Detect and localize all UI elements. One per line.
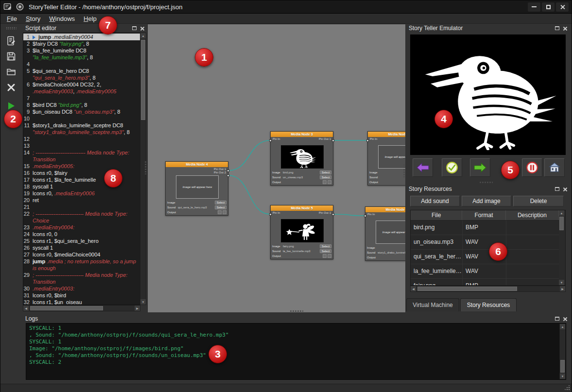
script-line[interactable]: 4 bbox=[23, 61, 140, 68]
script-line[interactable]: 11$story1_drako_luminelle_sceptre DC8 "s… bbox=[23, 122, 140, 136]
script-line[interactable]: 25lcons r1, $qui_sera_le_hero bbox=[23, 238, 140, 244]
float-panel-icon[interactable] bbox=[555, 317, 559, 321]
output-option-icon[interactable] bbox=[218, 210, 222, 214]
resize-grip[interactable] bbox=[565, 385, 570, 390]
script-line[interactable]: 8$bird DC8 "bird.png", 8 bbox=[23, 102, 140, 108]
scrollbar-thumb[interactable] bbox=[417, 287, 517, 291]
script-editor-titlebar[interactable]: Script editor bbox=[22, 24, 147, 33]
script-line[interactable]: 7 bbox=[23, 95, 140, 102]
node-title[interactable]: Media Node 2 bbox=[368, 132, 405, 137]
script-line[interactable]: 26syscall 1 bbox=[23, 244, 140, 251]
splitter-handle[interactable] bbox=[479, 181, 493, 184]
script-line[interactable]: 18syscall 1 bbox=[23, 183, 140, 190]
script-line[interactable]: 28jump .media ; no return possible, so a… bbox=[23, 258, 140, 272]
resource-row[interactable]: un_oiseau.mp3WAV bbox=[411, 235, 565, 250]
splitter-handle[interactable] bbox=[290, 310, 303, 312]
node-title[interactable]: Media Node 5 bbox=[271, 205, 333, 211]
table-horizontal-scrollbar[interactable]: ◀ ▶ bbox=[410, 286, 566, 292]
scroll-up-button[interactable]: ▲ bbox=[560, 324, 565, 329]
script-line[interactable]: 6$mediaChoice0004 DC32, 2, .mediaEntry00… bbox=[23, 81, 140, 95]
close-project-button[interactable] bbox=[3, 80, 19, 95]
logs-vertical-scrollbar[interactable]: ▲ ▼ bbox=[559, 324, 566, 379]
graph-node3[interactable]: Media Node 3Pin InPin Out 1Imagebird.png… bbox=[270, 131, 333, 186]
logs-titlebar[interactable]: Logs bbox=[22, 314, 570, 323]
input-pin[interactable] bbox=[366, 139, 369, 142]
close-panel-icon[interactable] bbox=[140, 26, 144, 31]
scroll-left-button[interactable]: ◀ bbox=[411, 286, 416, 291]
previous-button[interactable] bbox=[413, 158, 433, 177]
menu-windows[interactable]: Windows bbox=[45, 14, 79, 23]
graph-node5[interactable]: Media Node 5Pin InPin Out 1Imagefairy.pn… bbox=[270, 205, 333, 259]
scrollbar-thumb[interactable] bbox=[141, 40, 145, 120]
script-line[interactable]: 1jump .mediaEntry0004 bbox=[23, 34, 140, 40]
emulator-titlebar[interactable]: Story Teller Emulator bbox=[405, 24, 570, 33]
script-line[interactable]: 16lcons r0, $fairy bbox=[23, 170, 140, 176]
script-line[interactable]: 27lcons r0, $mediaChoice0004 bbox=[23, 251, 140, 258]
select-button[interactable]: Select bbox=[320, 244, 331, 248]
resource-row[interactable]: la_fee_luminelle.mp3WAV bbox=[411, 264, 565, 279]
script-editor[interactable]: 1jump .mediaEntry00042$fairy DC8 "fairy.… bbox=[23, 33, 140, 305]
output-pin[interactable] bbox=[332, 213, 334, 216]
script-line[interactable]: 30.mediaEntry0003: bbox=[23, 285, 140, 292]
select-button[interactable]: Select bbox=[215, 205, 226, 209]
script-line[interactable]: 24lcons r0, 0 bbox=[23, 231, 140, 238]
script-line[interactable]: 3$la_fee_luminelle DC8 "la_fee_luminelle… bbox=[23, 47, 140, 61]
script-line[interactable]: 19lcons r0, .mediaEntry0006 bbox=[23, 190, 140, 197]
column-header-format[interactable]: Format bbox=[462, 210, 505, 220]
node-canvas[interactable]: Media Node 4Pin Out 1Pin Out 2Image will… bbox=[147, 24, 405, 312]
output-option-icon[interactable] bbox=[328, 254, 331, 258]
node-title[interactable]: Media Node 6 bbox=[365, 207, 405, 212]
script-line[interactable]: 15.mediaEntry0005: bbox=[23, 163, 140, 170]
resource-row[interactable]: bird.pngBMP bbox=[411, 221, 565, 235]
input-pin[interactable] bbox=[269, 213, 272, 216]
close-panel-icon[interactable] bbox=[563, 187, 567, 191]
menu-story[interactable]: Story bbox=[21, 14, 45, 23]
input-pin[interactable] bbox=[269, 139, 272, 142]
output-option-icon[interactable] bbox=[323, 180, 327, 184]
toolbar-grip-handle[interactable] bbox=[6, 27, 17, 30]
output-option-icon[interactable] bbox=[328, 180, 331, 184]
script-line[interactable]: 21 bbox=[23, 204, 140, 210]
output-pin[interactable] bbox=[227, 170, 229, 172]
close-button[interactable] bbox=[556, 2, 569, 12]
select-button[interactable]: Select bbox=[320, 249, 331, 253]
menu-help[interactable]: Help bbox=[79, 14, 101, 23]
scroll-up-button[interactable]: ▲ bbox=[140, 33, 146, 38]
minimize-button[interactable] bbox=[528, 2, 540, 12]
menu-file[interactable]: File bbox=[2, 14, 21, 23]
resource-row[interactable]: fairy.pngBMP bbox=[411, 279, 565, 286]
scrollbar-thumb[interactable] bbox=[30, 306, 103, 310]
output-pin[interactable] bbox=[332, 139, 334, 142]
float-panel-icon[interactable] bbox=[132, 26, 137, 30]
logs-output[interactable]: SYSCALL: 1, Sound: "/home/anthony/ostpro… bbox=[26, 323, 566, 380]
script-line[interactable]: 12 bbox=[23, 136, 140, 142]
scroll-down-button[interactable]: ▼ bbox=[560, 374, 565, 379]
script-line[interactable]: 14; ---------------------------- Media n… bbox=[23, 149, 140, 163]
float-panel-icon[interactable] bbox=[555, 187, 559, 191]
graph-node6[interactable]: Media Node 6Pin InImage will appear here… bbox=[365, 206, 405, 261]
tab-virtual-machine[interactable]: Virtual Machine bbox=[406, 298, 459, 311]
table-vertical-scrollbar[interactable]: ▲ ▼ bbox=[559, 210, 565, 285]
splitter-handle[interactable] bbox=[144, 161, 147, 174]
script-line[interactable]: 22; --------------------------- Media no… bbox=[23, 210, 140, 224]
scroll-right-button[interactable]: ▶ bbox=[135, 306, 140, 311]
column-header-file[interactable]: File bbox=[411, 210, 462, 220]
delete-button[interactable]: Delete bbox=[513, 196, 564, 206]
script-line[interactable]: 31lcons r0, $bird bbox=[23, 292, 140, 299]
open-button[interactable] bbox=[3, 65, 19, 79]
tab-story-resources[interactable]: Story Resources bbox=[460, 298, 517, 311]
node-title[interactable]: Media Node 3 bbox=[271, 132, 333, 137]
script-line[interactable]: 13 bbox=[23, 142, 140, 149]
script-line[interactable]: 5$qui_sera_le_hero DC8 "qui_sera_le_hero… bbox=[23, 68, 140, 81]
resources-titlebar[interactable]: Story Resources bbox=[405, 185, 570, 193]
resources-table[interactable]: FileFormatDescription bird.pngBMPun_oise… bbox=[410, 210, 566, 286]
scroll-down-button[interactable]: ▼ bbox=[140, 299, 146, 305]
node-title[interactable]: Media Node 4 bbox=[166, 162, 228, 167]
scrollbar-thumb[interactable] bbox=[560, 360, 565, 373]
maximize-button[interactable] bbox=[542, 2, 555, 12]
output-pin[interactable] bbox=[227, 174, 229, 177]
scroll-up-button[interactable]: ▲ bbox=[559, 210, 564, 216]
float-panel-icon[interactable] bbox=[555, 26, 559, 30]
script-line[interactable]: 23.mediaEntry0004: bbox=[23, 224, 140, 231]
script-line[interactable]: 29; --------------------------- Media no… bbox=[23, 272, 140, 285]
